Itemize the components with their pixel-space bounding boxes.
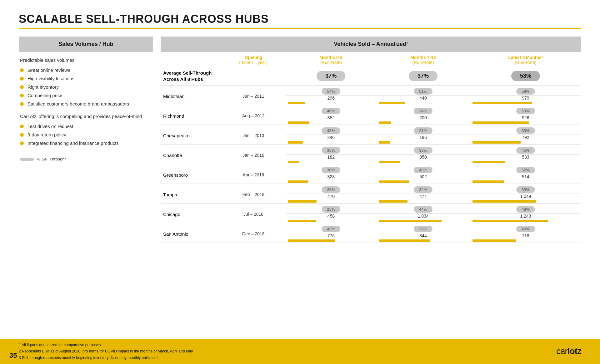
m712-pct-2: 21%	[376, 125, 470, 135]
bullets-2: Test drives on request 3-day return poli…	[19, 122, 153, 147]
bullet-1-2: High visibility locations	[19, 74, 153, 83]
page-number: 35	[9, 352, 17, 360]
col-header-location	[161, 52, 221, 67]
vehicles-table: Opening(month – year) Months 0-6(Run-Rat…	[161, 52, 581, 243]
bullet-2-1: Test drives on request	[19, 122, 153, 130]
legend-pill	[20, 158, 34, 161]
latest-bar-6: 1,243	[470, 214, 581, 223]
footer-note-2: 2 Represents LTM as of August 2020; pro …	[19, 348, 550, 354]
opening-date-1: Aug – 2012	[221, 105, 286, 125]
legend-label: % Sell Through³	[37, 157, 66, 161]
bullet-1-3: Right inventory	[19, 83, 153, 91]
m712-bar-5: 474	[376, 194, 470, 204]
m712-bar-7: 844	[376, 233, 470, 243]
location-name-4: Greensboro	[161, 164, 221, 184]
table-row-3-pct: Charlotte Jan – 2016 35% 33% 45%	[161, 145, 581, 155]
location-name-5: Tampa	[161, 184, 221, 204]
m06-bar-5: 470	[286, 194, 376, 204]
latest-pct-4: 62%	[470, 164, 581, 174]
m712-bar-1: 200	[376, 115, 470, 125]
avg-m06-cell: 37%	[286, 67, 376, 86]
footer-logo: carlotz	[556, 346, 581, 356]
latest-bar-2: 792	[470, 135, 581, 145]
latest-pct-2: 50%	[470, 125, 581, 135]
col-header-latest: Latest 8 Months²(Run-Rate)	[470, 52, 581, 67]
bullet-1-1: Great online reviews	[19, 66, 153, 74]
legend-row: % Sell Through³	[19, 157, 153, 161]
table-row-0-pct: Midlothian Jun – 2011 54% 51% 58%	[161, 86, 581, 96]
bullet-2-3: Integrated financing and insurance produ…	[19, 139, 153, 147]
latest-pct-1: 63%	[470, 105, 581, 115]
latest-bar-1: 926	[470, 115, 581, 125]
location-name-6: Chicago	[161, 204, 221, 223]
opening-date-0: Jun – 2011	[221, 86, 286, 105]
avg-label: Average Sell-Through Across All 8 Hubs	[161, 67, 286, 86]
opening-date-6: Jul – 2018	[221, 204, 286, 223]
table-row-4-pct: Greensboro Apr – 2016 30% 40% 62%	[161, 164, 581, 174]
col-header-m712: Months 7-12(Run-Rate)	[376, 52, 470, 67]
avg-m712-cell: 37%	[376, 67, 470, 86]
opening-date-2: Jan – 2013	[221, 125, 286, 145]
logo-car: car	[556, 346, 568, 356]
table-header-row: Opening(month – year) Months 0-6(Run-Rat…	[161, 52, 581, 67]
m712-bar-2: 186	[376, 135, 470, 145]
m712-bar-6: 1,034	[376, 214, 470, 223]
m06-pct-6: 25%	[286, 204, 376, 214]
intro-1: Predictable sales volumes	[19, 57, 153, 63]
intro-2: CarLotz' offering is compelling and prov…	[19, 114, 153, 119]
m712-pct-5: 32%	[376, 184, 470, 194]
right-panel-header: Vehicles Sold – Annualized¹	[161, 37, 581, 52]
m06-bar-6: 458	[286, 214, 376, 223]
opening-date-3: Jan – 2016	[221, 145, 286, 164]
page-title: SCALABLE SELL-THROUGH ACROSS HUBS	[19, 12, 581, 26]
latest-pct-5: 53%	[470, 184, 581, 194]
location-name-1: Richmond	[161, 105, 221, 125]
left-panel: Sales Volumes / Hub Predictable sales vo…	[19, 37, 153, 243]
table-row-2-pct: Chesapeake Jan – 2013 43% 21% 50%	[161, 125, 581, 135]
footer-notes: 1 All figures annualized for comparative…	[19, 342, 550, 361]
m06-bar-4: 328	[286, 174, 376, 184]
m06-bar-1: 352	[286, 115, 376, 125]
main-container: SCALABLE SELL-THROUGH ACROSS HUBS Sales …	[0, 0, 600, 243]
latest-pct-3: 45%	[470, 145, 581, 155]
avg-m712-pill: 37%	[409, 71, 438, 81]
m06-pct-3: 35%	[286, 145, 376, 155]
table-row-1-pct: Richmond Aug – 2012 40% 34% 63%	[161, 105, 581, 115]
m712-pct-7: 39%	[376, 223, 470, 233]
content-row: Sales Volumes / Hub Predictable sales vo…	[19, 37, 581, 243]
latest-bar-3: 533	[470, 155, 581, 164]
m712-pct-1: 34%	[376, 105, 470, 115]
latest-bar-0: 979	[470, 96, 581, 105]
m06-pct-7: 42%	[286, 223, 376, 233]
m06-pct-2: 43%	[286, 125, 376, 135]
footer-note-3: 3 Sell-through represents monthly beginn…	[19, 355, 550, 361]
location-name-3: Charlotte	[161, 145, 221, 164]
right-panel: Vehicles Sold – Annualized¹ Opening(mont…	[161, 37, 581, 243]
average-row: Average Sell-Through Across All 8 Hubs 3…	[161, 67, 581, 86]
table-body: Average Sell-Through Across All 8 Hubs 3…	[161, 67, 581, 243]
col-header-m06: Months 0-6(Run-Rate)	[286, 52, 376, 67]
footer: 35 1 All figures annualized for comparat…	[0, 339, 600, 364]
bullet-1-4: Compelling price	[19, 91, 153, 100]
latest-bar-7: 718	[470, 233, 581, 243]
m712-bar-3: 350	[376, 155, 470, 164]
m712-bar-0: 440	[376, 96, 470, 105]
m06-bar-0: 296	[286, 96, 376, 105]
col-header-opening: Opening(month – year)	[221, 52, 286, 67]
m06-pct-5: 28%	[286, 184, 376, 194]
latest-pct-6: 48%	[470, 204, 581, 214]
footer-note-1: 1 All figures annualized for comparative…	[19, 342, 550, 348]
bullet-2-2: 3-day return policy	[19, 130, 153, 139]
location-name-7: San Antonio	[161, 223, 221, 243]
left-panel-header: Sales Volumes / Hub	[19, 37, 153, 52]
latest-pct-7: 40%	[470, 223, 581, 233]
m06-pct-4: 30%	[286, 164, 376, 174]
m712-bar-4: 502	[376, 174, 470, 184]
latest-bar-4: 514	[470, 174, 581, 184]
bullet-1-5: Satisfied customers become brand ambassa…	[19, 100, 153, 108]
m06-bar-3: 182	[286, 155, 376, 164]
m06-bar-2: 246	[286, 135, 376, 145]
opening-date-4: Apr – 2016	[221, 164, 286, 184]
table-row-6-pct: Chicago Jul – 2018 25% 44% 48%	[161, 204, 581, 214]
avg-latest-cell: 53%	[470, 67, 581, 86]
